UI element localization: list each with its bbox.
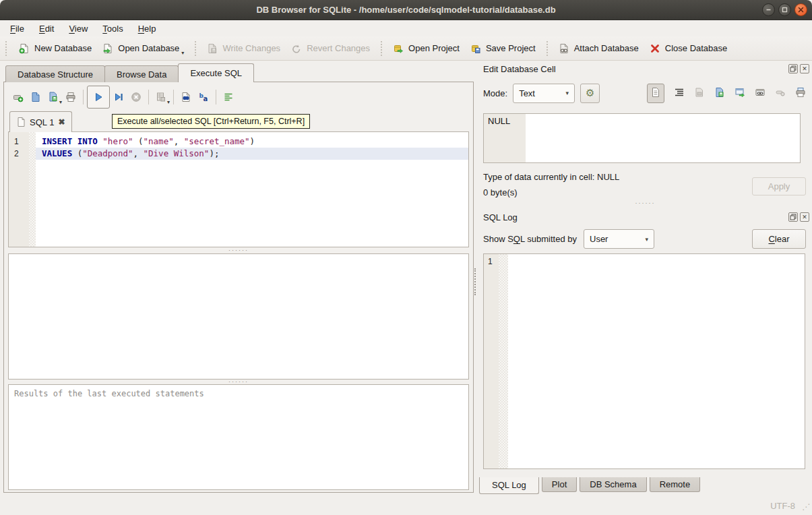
stop-icon bbox=[131, 92, 142, 102]
close-database-button[interactable]: Close Database bbox=[644, 39, 733, 58]
edit-cell-close-button[interactable]: ✕ bbox=[800, 64, 809, 73]
sql-tab-label: SQL 1 bbox=[30, 117, 54, 127]
stop-execution-button[interactable] bbox=[127, 88, 145, 106]
cell-content: NULL bbox=[488, 116, 510, 126]
sql-log-float-button[interactable] bbox=[788, 212, 798, 222]
execute-line-button[interactable] bbox=[110, 88, 127, 106]
minimize-button[interactable] bbox=[762, 3, 775, 16]
auto-apply-button[interactable]: ⚙ bbox=[580, 84, 600, 103]
format-sql-button[interactable] bbox=[220, 88, 237, 106]
maximize-icon bbox=[782, 7, 788, 13]
open-database-button[interactable]: Open Database ▾ bbox=[97, 39, 189, 58]
titlebar[interactable]: DB Browser for SQLite - /home/user/code/… bbox=[0, 0, 812, 20]
new-database-button[interactable]: New Database bbox=[13, 39, 97, 58]
edit-cell-float-button[interactable] bbox=[788, 64, 798, 73]
execute-tooltip: Execute all/selected SQL [Ctrl+Return, F… bbox=[112, 114, 310, 129]
import-cell-button[interactable] bbox=[714, 87, 725, 100]
maximize-button[interactable] bbox=[778, 3, 791, 16]
write-changes-label: Write Changes bbox=[222, 43, 280, 53]
new-database-label: New Database bbox=[34, 43, 92, 53]
save-project-button[interactable]: Save Project bbox=[465, 39, 541, 58]
apply-button[interactable]: Apply bbox=[752, 177, 806, 195]
cell-editor[interactable]: NULL bbox=[483, 113, 801, 163]
revert-changes-button[interactable]: Revert Changes bbox=[286, 39, 375, 58]
find-icon bbox=[181, 92, 191, 102]
print-sql-button[interactable] bbox=[62, 88, 80, 106]
close-icon bbox=[798, 7, 804, 13]
close-button[interactable] bbox=[794, 3, 807, 16]
cell-type-info: Type of data currently in cell: NULL bbox=[483, 172, 619, 182]
toolbar-separator bbox=[381, 41, 382, 56]
export-cell-button[interactable] bbox=[694, 87, 705, 100]
sql-log-editor[interactable]: 1 bbox=[483, 253, 805, 469]
mode-value: Text bbox=[519, 88, 535, 98]
gear-icon: ⚙ bbox=[586, 87, 594, 99]
tab-database-structure[interactable]: Database Structure bbox=[5, 65, 105, 82]
document-icon bbox=[17, 117, 26, 127]
open-database-dropdown-icon[interactable]: ▾ bbox=[181, 50, 184, 56]
word-wrap-toggle[interactable] bbox=[674, 87, 685, 100]
dock-tab-sql-log[interactable]: SQL Log bbox=[479, 477, 539, 494]
save-results-icon bbox=[156, 92, 166, 102]
clear-log-button[interactable]: Clear bbox=[752, 229, 806, 249]
menubar: File Edit View Tools Help bbox=[0, 21, 812, 36]
float-icon bbox=[790, 214, 797, 220]
execute-all-button[interactable] bbox=[87, 86, 110, 109]
close-database-icon bbox=[650, 43, 660, 54]
open-external-button[interactable] bbox=[735, 87, 745, 100]
log-content[interactable] bbox=[508, 254, 805, 468]
menu-tools[interactable]: Tools bbox=[95, 21, 130, 36]
dock-tab-db-schema[interactable]: DB Schema bbox=[580, 477, 646, 492]
menu-view[interactable]: View bbox=[61, 21, 95, 36]
save-results-dropdown-icon[interactable]: ▾ bbox=[167, 99, 170, 105]
tab-execute-sql[interactable]: Execute SQL bbox=[178, 63, 254, 82]
set-null-button[interactable] bbox=[775, 87, 786, 100]
open-project-button[interactable]: Open Project bbox=[387, 39, 465, 58]
sql-editor-gutter: 12 bbox=[9, 132, 29, 247]
sql-editor[interactable]: 12 INSERT INTO "hero" ("name", "secret_n… bbox=[8, 131, 469, 247]
dock-splitter[interactable]: ······ bbox=[478, 200, 812, 206]
copy-link-button[interactable] bbox=[755, 87, 766, 100]
revert-changes-label: Revert Changes bbox=[307, 43, 370, 53]
find-button[interactable] bbox=[177, 88, 195, 106]
text-mode-toggle[interactable] bbox=[647, 84, 664, 103]
attach-database-icon bbox=[559, 43, 569, 54]
new-database-icon bbox=[19, 43, 30, 54]
window-controls bbox=[762, 3, 807, 16]
app-window: DB Browser for SQLite - /home/user/code/… bbox=[0, 0, 812, 515]
horizontal-splitter[interactable]: ······ bbox=[8, 248, 469, 253]
find-replace-button[interactable]: b a bbox=[195, 88, 212, 106]
print-cell-button[interactable] bbox=[795, 87, 806, 100]
resize-grip[interactable]: ⋰ bbox=[802, 502, 810, 512]
cell-mode-row: Mode: Text ▾ ⚙ bbox=[483, 82, 806, 104]
menu-help[interactable]: Help bbox=[131, 21, 164, 36]
sql-document-tab[interactable]: SQL 1 ✖ bbox=[9, 111, 72, 132]
link-icon bbox=[755, 87, 766, 98]
dock-tab-plot[interactable]: Plot bbox=[542, 477, 577, 492]
minimize-icon bbox=[766, 7, 772, 13]
sql-tab-close-icon[interactable]: ✖ bbox=[58, 118, 65, 126]
sql-code[interactable]: INSERT INTO "hero" ("name", "secret_name… bbox=[36, 132, 468, 247]
toolbar-drag-handle[interactable] bbox=[5, 41, 9, 56]
vertical-splitter[interactable] bbox=[474, 268, 477, 295]
new-sql-tab-button[interactable] bbox=[9, 88, 27, 106]
submitted-by-select[interactable]: User ▾ bbox=[584, 229, 654, 249]
dock-tab-remote[interactable]: Remote bbox=[650, 477, 701, 492]
menu-edit[interactable]: Edit bbox=[32, 21, 61, 36]
save-results-button[interactable]: ▾ bbox=[152, 88, 170, 106]
external-window-icon bbox=[735, 87, 745, 98]
results-grid[interactable] bbox=[8, 253, 469, 380]
results-message[interactable]: Results of the last executed statements bbox=[8, 384, 469, 490]
sql-log-close-button[interactable]: ✕ bbox=[800, 212, 809, 222]
tab-browse-data[interactable]: Browse Data bbox=[104, 65, 179, 82]
save-sql-file-button[interactable]: ▾ bbox=[44, 88, 62, 106]
open-project-icon bbox=[393, 43, 404, 54]
mode-label: Mode: bbox=[483, 88, 507, 98]
play-to-line-icon bbox=[113, 92, 124, 102]
write-changes-button[interactable]: Write Changes bbox=[201, 39, 286, 58]
mode-select[interactable]: Text ▾ bbox=[513, 84, 575, 103]
menu-file[interactable]: File bbox=[3, 21, 32, 36]
submitted-by-value: User bbox=[590, 234, 608, 244]
open-sql-file-button[interactable] bbox=[27, 88, 44, 106]
attach-database-button[interactable]: Attach Database bbox=[553, 39, 644, 58]
